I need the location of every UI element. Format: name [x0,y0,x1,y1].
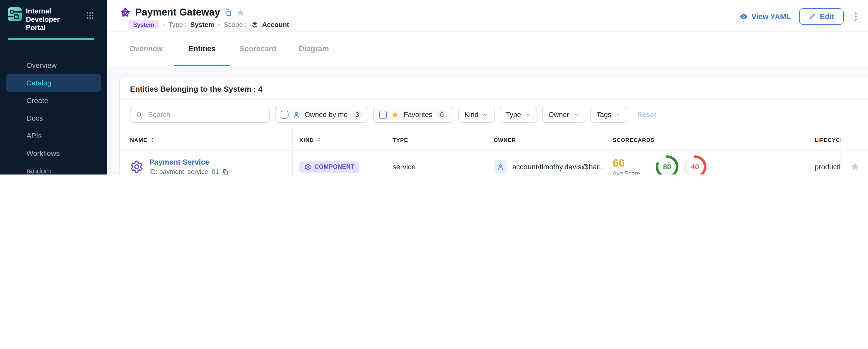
scope-value: Account [262,21,289,29]
edit-label: Edit [820,12,834,21]
search-box [130,107,270,123]
entity-header: Payment Gateway System • Type : System •… [107,0,868,32]
star-icon [391,110,400,119]
page-title: Payment Gateway [135,7,220,18]
view-yaml-button[interactable]: View YAML [740,12,791,21]
type-label: Type : [168,21,187,29]
avg-score-value: 60 [613,157,645,168]
user-icon [292,111,300,119]
column-header-owner: OWNER [494,129,613,150]
system-icon [120,7,131,18]
column-header-scorecards: SCORECARDS [613,129,815,150]
copy-icon[interactable] [222,169,228,174]
scope-label: Scope : [224,21,247,29]
table-row-payment-service[interactable]: Payment Service ID: payment_service_01 C… [120,151,868,174]
sidebar: Internal Developer Portal Overview Catal… [0,0,107,174]
owner-value: account/timothy.davis@har... [512,163,605,171]
favorites-filter[interactable]: Favorites 0 [374,107,453,123]
favorites-checkbox[interactable] [379,111,387,119]
column-header-lifecycle: LIFECYCLE [815,129,841,150]
sidebar-item-docs[interactable]: Docs [6,109,101,127]
favorites-label: Favorites [404,111,432,119]
avg-score-label: Avg Score [613,170,645,174]
divider [645,155,645,174]
entity-link[interactable]: Payment Service [149,158,228,166]
eye-icon [740,12,748,21]
entity-id: ID: payment_service_01 [149,168,219,174]
table-header: NAME KIND TYPE OWNER SCORECARDS LIFECYCL… [120,129,868,151]
edit-button[interactable]: Edit [799,8,843,25]
apps-grid-icon[interactable] [87,12,94,19]
sort-icon[interactable] [150,137,155,142]
lifecycle-value: production [815,151,841,174]
sidebar-item-random[interactable]: random [6,162,101,174]
favorite-star-icon[interactable] [236,8,245,17]
brand-underline [8,38,94,40]
sidebar-item-overview[interactable]: Overview [6,57,101,74]
chevron-down-icon [483,112,488,118]
content-area: Entities Belonging to the System : 4 Own… [107,66,868,174]
sort-icon[interactable] [316,137,321,142]
gear-icon [305,163,311,170]
entity-kind-badge: System [128,20,159,29]
tab-overview[interactable]: Overview [118,32,174,66]
sidebar-item-create[interactable]: Create [6,92,101,109]
more-options-button[interactable] [852,10,860,23]
reset-filters-button[interactable]: Reset [637,111,656,119]
entities-card: Entities Belonging to the System : 4 Own… [119,78,868,174]
type-dropdown[interactable]: Type [500,107,537,123]
component-gear-icon [130,160,144,173]
harness-logo-icon[interactable] [8,7,22,21]
tags-dropdown-label: Tags [597,111,611,119]
sidebar-item-catalog[interactable]: Catalog [6,74,101,92]
entities-card-title: Entities Belonging to the System : 4 [120,78,868,100]
sidebar-item-workflows[interactable]: Workflows [6,145,101,162]
brand-title: Internal Developer Portal [26,7,81,32]
tags-dropdown[interactable]: Tags [590,107,627,123]
favorites-count: 0 [437,110,447,119]
owned-by-me-filter[interactable]: Owned by me 3 [275,107,369,123]
kind-dropdown[interactable]: Kind [458,107,494,123]
owner-user-icon [494,160,507,173]
tab-entities[interactable]: Entities [174,32,230,66]
column-header-kind[interactable]: KIND [292,129,393,150]
chevron-down-icon [525,112,531,118]
account-scope-icon [251,21,258,28]
favorite-star-icon[interactable] [849,162,860,172]
owner-dropdown[interactable]: Owner [542,107,585,123]
sidebar-nav: Overview Catalog Create Docs APIs Workfl… [0,55,107,174]
copy-icon[interactable] [224,8,232,16]
tab-diagram[interactable]: Diagram [286,32,342,66]
column-header-favorite [841,129,868,150]
chevron-down-icon [616,112,621,118]
column-header-name[interactable]: NAME [120,129,292,150]
tab-scorecard[interactable]: Scorecard [230,32,286,66]
type-value: System [190,21,214,29]
owned-by-me-checkbox[interactable] [281,111,288,119]
type-value: service [393,151,494,174]
main-area: Payment Gateway System • Type : System •… [107,0,868,174]
type-dropdown-label: Type [506,111,521,119]
search-input[interactable] [147,110,264,119]
tab-bar: Overview Entities Scorecard Diagram [107,32,868,66]
kind-badge: COMPONENT [299,161,360,173]
kind-dropdown-label: Kind [464,111,478,119]
column-header-type: TYPE [393,129,494,150]
owned-by-me-count: 3 [352,110,363,119]
divider [21,53,81,53]
scorecard-gauge[interactable]: 40 [683,155,707,174]
dot-separator: • [163,21,165,28]
owner-dropdown-label: Owner [549,111,569,119]
pencil-icon [808,13,816,20]
scorecard-gauge[interactable]: 80 [655,155,679,174]
dot-separator: • [218,21,220,28]
chevron-down-icon [573,112,579,118]
view-yaml-label: View YAML [751,12,791,21]
search-icon [136,111,143,118]
sidebar-item-apis[interactable]: APIs [6,127,101,145]
header-actions: View YAML Edit [740,8,860,25]
owned-by-me-label: Owned by me [305,111,348,119]
app-window: Internal Developer Portal Overview Catal… [0,0,868,174]
filter-bar: Owned by me 3 Favorites 0 Kind Type [120,100,868,129]
brand: Internal Developer Portal [0,0,107,32]
